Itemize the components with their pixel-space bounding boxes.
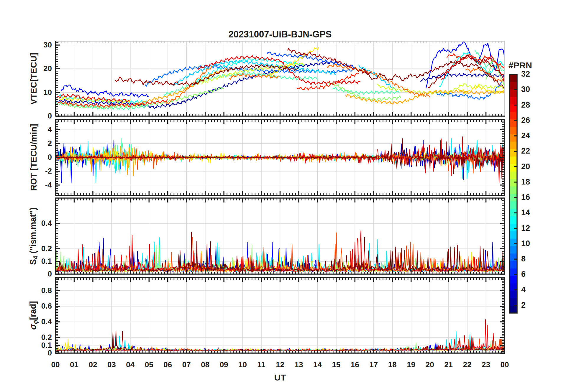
y-tick-label-rot: 2 — [0, 139, 52, 148]
y-tick-label-s4: 0.1 — [0, 257, 52, 266]
x-tick-label: 12 — [270, 360, 291, 369]
y-tick-label-s4: 0.2 — [0, 244, 52, 253]
x-tick-label: 17 — [363, 360, 384, 369]
y-tick-label-sigma_phi: 0.6 — [0, 302, 52, 311]
y-tick-label-vtec: 30 — [0, 40, 52, 50]
colorbar-tick-label: 14 — [521, 208, 542, 217]
y-tick-label-sigma_phi: 0.4 — [0, 317, 52, 326]
gps-monitoring-figure: 20231007-UiB-BJN-GPS UT #PRN 0102030VTEC… — [0, 0, 561, 392]
y-tick-label-s4: 0 — [0, 269, 52, 279]
colorbar-tick-label: 26 — [521, 116, 542, 125]
x-tick-label: 01 — [64, 360, 84, 369]
y-axis-label-vtec: VTEC[TECU] — [29, 53, 39, 105]
colorbar-tick-label: 4 — [521, 285, 542, 294]
x-tick-label: 00 — [494, 360, 515, 369]
y-tick-label-rot: 4 — [0, 125, 52, 134]
colorbar-tick-label: 8 — [521, 254, 542, 263]
x-tick-label: 19 — [401, 360, 421, 369]
colorbar-tick-label: 6 — [521, 270, 542, 279]
y-tick-label-sigma_phi: 0.1 — [0, 341, 52, 350]
x-tick-label: 22 — [457, 360, 478, 369]
colorbar-tick-label: 22 — [521, 146, 542, 156]
x-axis-label: UT — [55, 373, 505, 383]
chart-canvas — [0, 0, 561, 392]
colorbar-tick-label: 2 — [521, 301, 542, 310]
y-tick-label-sigma_phi: 0.8 — [0, 286, 52, 295]
y-axis-label-sigma_phi: σφ[rad] — [28, 301, 39, 330]
y-tick-label-sigma_phi: 0.2 — [0, 333, 52, 342]
x-tick-label: 03 — [101, 360, 122, 369]
y-tick-label-rot: 0 — [0, 153, 52, 162]
x-tick-label: 18 — [382, 360, 403, 369]
colorbar-tick-label: 24 — [521, 131, 542, 140]
x-tick-label: 08 — [195, 360, 216, 369]
y-tick-label-s4: 0.4 — [0, 219, 52, 228]
colorbar-tick-label: 28 — [521, 101, 542, 110]
y-axis-label-s4: S4 ("ism.mat") — [28, 207, 39, 265]
x-tick-label: 11 — [251, 360, 272, 369]
x-tick-label: 10 — [232, 360, 253, 369]
colorbar-tick-label: 20 — [521, 162, 542, 171]
y-tick-label-rot: -2 — [0, 167, 52, 176]
x-tick-label: 23 — [476, 360, 496, 369]
x-tick-label: 04 — [120, 360, 141, 369]
x-tick-label: 15 — [326, 360, 347, 369]
y-tick-label-vtec: 0 — [0, 111, 52, 121]
y-axis-label-rot: ROT [TECU/min] — [29, 124, 39, 191]
x-tick-label: 13 — [288, 360, 309, 369]
x-tick-label: 00 — [45, 360, 66, 369]
colorbar-tick-label: 30 — [521, 85, 542, 94]
colorbar-tick-label: 12 — [521, 224, 542, 233]
colorbar-tick-label: 18 — [521, 177, 542, 187]
x-tick-label: 16 — [345, 360, 365, 369]
chart-title: 20231007-UiB-BJN-GPS — [55, 29, 505, 40]
x-tick-label: 14 — [307, 360, 328, 369]
y-tick-label-vtec: 10 — [0, 88, 52, 97]
prn-colorbar — [509, 74, 517, 313]
y-tick-label-vtec: 20 — [0, 64, 52, 73]
colorbar-tick-label: 32 — [521, 70, 542, 79]
x-tick-label: 07 — [176, 360, 197, 369]
x-tick-label: 02 — [83, 360, 103, 369]
y-tick-label-sigma_phi: 0 — [0, 348, 52, 358]
x-tick-label: 09 — [214, 360, 234, 369]
x-tick-label: 05 — [139, 360, 159, 369]
x-tick-label: 21 — [438, 360, 459, 369]
colorbar-title: #PRN — [502, 60, 539, 70]
colorbar-tick-label: 10 — [521, 239, 542, 248]
x-tick-label: 06 — [158, 360, 178, 369]
colorbar-tick-label: 16 — [521, 193, 542, 202]
x-tick-label: 20 — [419, 360, 440, 369]
y-tick-label-rot: -4 — [0, 180, 52, 190]
